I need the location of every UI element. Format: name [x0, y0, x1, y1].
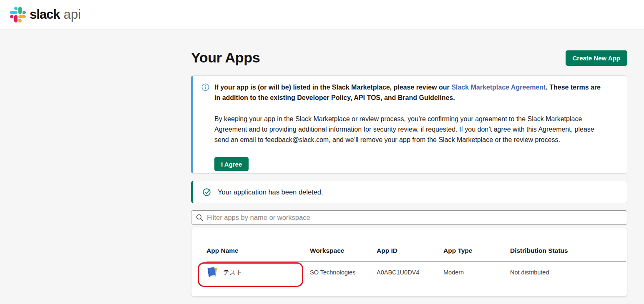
logo-text-api: api	[64, 7, 81, 22]
slack-api-logo[interactable]: slack api	[10, 7, 81, 22]
i-agree-button[interactable]: I Agree	[214, 157, 249, 171]
alert-message: Your application has been deleted.	[218, 188, 323, 196]
logo-text-slack: slack	[30, 7, 60, 22]
column-header-workspace: Workspace	[310, 247, 377, 254]
workspace-cell: SO Technologies	[310, 269, 377, 276]
page-title: Your Apps	[191, 50, 260, 66]
app-name-link[interactable]: テスト	[223, 269, 242, 277]
distribution-status-cell: Not distributed	[510, 269, 612, 276]
check-circle-icon	[202, 187, 211, 197]
marketplace-notice-box: If your app is (or will be) listed in th…	[191, 75, 627, 174]
search-icon	[196, 214, 204, 222]
app-name-cell[interactable]: テスト	[206, 267, 310, 278]
marketplace-agreement-link[interactable]: Slack Marketplace Agreement	[451, 84, 546, 91]
column-header-app-id: App ID	[377, 247, 443, 254]
table-row[interactable]: テスト SO Technologies A0ABC1U0DV4 Modern N…	[191, 267, 627, 278]
column-header-distribution-status: Distribution Status	[510, 247, 612, 254]
notice-body-paragraph: By keeping your app in the Slack Marketp…	[214, 114, 610, 145]
top-navigation-bar: slack api	[0, 0, 644, 29]
column-header-app-name: App Name	[206, 247, 310, 254]
notice-text-before-link: If your app is (or will be) listed in th…	[214, 84, 451, 91]
apps-table-header-row: App Name Workspace App ID App Type Distr…	[191, 247, 627, 254]
apps-table-card: App Name Workspace App ID App Type Distr…	[191, 228, 627, 297]
column-header-app-type: App Type	[443, 247, 510, 254]
app-id-cell: A0ABC1U0DV4	[377, 269, 443, 276]
filter-box	[191, 210, 627, 225]
slack-pinwheel-icon	[10, 7, 26, 22]
table-header-divider	[206, 262, 626, 262]
create-new-app-button[interactable]: Create New App	[566, 50, 627, 66]
blue-book-app-icon	[206, 267, 219, 278]
success-alert-banner: Your application has been deleted.	[191, 181, 627, 203]
info-icon	[201, 83, 209, 91]
notice-lead-paragraph: If your app is (or will be) listed in th…	[214, 82, 606, 103]
app-type-cell: Modern	[443, 269, 510, 276]
filter-apps-input[interactable]	[207, 214, 623, 222]
page-canvas: slack api Your Apps Create New App If yo…	[0, 0, 644, 304]
